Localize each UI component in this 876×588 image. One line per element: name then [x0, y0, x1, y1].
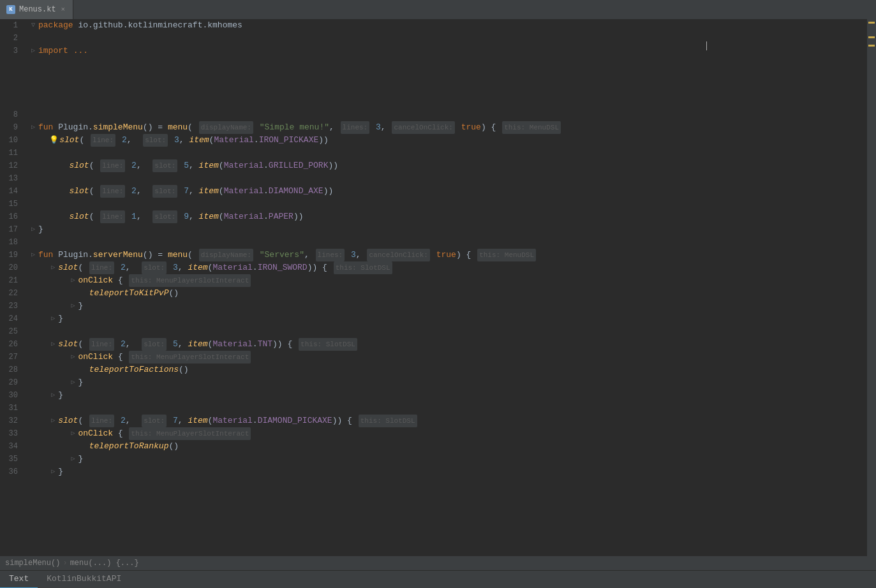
kw-true-19: true — [436, 249, 456, 261]
tab-close-button[interactable]: × — [60, 6, 67, 13]
hint-line-14: line: — [100, 185, 125, 198]
line-num-14: 14 — [0, 185, 22, 198]
code-line-34: teleportToRankup() — [27, 440, 867, 453]
fold-icon-20[interactable]: ▷ — [49, 264, 57, 272]
material-tnt: Material — [212, 338, 252, 351]
fold-icon-30[interactable]: ▷ — [49, 392, 57, 399]
fold-icon-32[interactable]: ▷ — [49, 417, 57, 425]
brace-17: } — [38, 223, 43, 236]
code-line-5 — [27, 70, 867, 83]
fold-icon-26[interactable]: ▷ — [49, 341, 57, 348]
file-tab-label: Menus.kt — [19, 5, 56, 14]
fn-teleport-factions: teleportToFactions — [89, 364, 179, 376]
material-grilled-pork: GRILLED_PORK — [269, 159, 329, 172]
material-16: Material — [224, 210, 264, 223]
import-ellipsis: ... — [73, 45, 88, 57]
fn-teleport-kitpvp: teleportToKitPvP — [89, 287, 169, 300]
kw-item-10: item — [189, 134, 209, 147]
fold-icon-19[interactable]: ▷ — [29, 251, 37, 259]
brace-36: } — [58, 466, 63, 478]
editor: 1 2 3 8 9 10 11 12 13 14 15 16 17 18 19 … — [0, 19, 876, 556]
fold-icon-36[interactable]: ▷ — [49, 468, 57, 476]
line-num-27: 27 — [0, 351, 22, 364]
status-tab-text[interactable]: Text — [0, 571, 38, 589]
fold-icon-21[interactable]: ▷ — [69, 277, 77, 284]
fold-icon-27[interactable]: ▷ — [69, 353, 77, 361]
hint-line-32: line: — [89, 415, 114, 427]
num-5-26: 5 — [173, 338, 178, 351]
file-tab[interactable]: K Menus.kt × — [0, 0, 73, 19]
line-numbers: 1 2 3 8 9 10 11 12 13 14 15 16 17 18 19 … — [0, 19, 27, 556]
code-line-6 — [27, 83, 867, 96]
kw-onclick-27: onClick — [78, 351, 113, 364]
code-line-32: ▷ slot( line: 2, slot: 7, item(Material.… — [27, 415, 867, 427]
kw-slot-14: slot — [69, 185, 89, 198]
fold-icon-24[interactable]: ▷ — [49, 315, 57, 323]
hint-lines-19: lines: — [316, 249, 345, 261]
line-num-1: 1 — [0, 19, 22, 32]
code-line-7 — [27, 96, 867, 108]
hint-line-16: line: — [100, 210, 125, 223]
code-line-36: ▷ } — [27, 466, 867, 478]
scroll-marker-2 — [868, 36, 875, 38]
kw-item-20: item — [188, 261, 207, 274]
breadcrumb-item-2[interactable]: menu(...) {...} — [70, 559, 139, 568]
kw-slot-10: slot — [59, 134, 79, 147]
material-tnt-val: TNT — [258, 338, 272, 351]
num-2-26: 2 — [121, 338, 126, 351]
kw-onclick-33: onClick — [78, 427, 113, 440]
kw-slot-32: slot — [58, 415, 78, 427]
material-diamond-pickaxe: DIAMOND_PICKAXE — [258, 415, 332, 427]
hint-slot-26: slot: — [142, 338, 167, 351]
paren-9c: ) — [481, 121, 486, 134]
kw-item-14: item — [199, 185, 219, 198]
breadcrumb: simpleMenu() › menu(...) {...} — [0, 556, 876, 570]
kw-onclick-21: onClick — [78, 274, 113, 287]
string-simple-menu: "Simple menu!" — [260, 121, 329, 134]
brace-29: } — [78, 376, 83, 389]
code-line-2 — [27, 32, 867, 45]
kw-true-9: true — [461, 121, 481, 134]
line-num-19: 19 — [0, 249, 22, 261]
line-num-8: 8 — [0, 108, 22, 121]
fold-icon-17[interactable]: ▷ — [29, 226, 37, 233]
fold-icon-29[interactable]: ▷ — [69, 379, 77, 386]
material-12: Material — [224, 159, 264, 172]
fold-icon-9[interactable]: ▷ — [29, 124, 37, 131]
status-tab-kotlinbukkitapi[interactable]: KotlinBukkitAPI — [38, 571, 130, 589]
line-num-16: 16 — [0, 210, 22, 223]
num-5-12: 5 — [184, 159, 189, 172]
hint-cancel-9: cancelOnClick: — [392, 121, 454, 134]
fold-icon-33[interactable]: ▷ — [69, 430, 77, 437]
hint-this-32: this: SlotDSL — [359, 415, 417, 427]
num-2-20: 2 — [121, 261, 126, 274]
line-num-32: 32 — [0, 415, 22, 427]
kw-item-32: item — [188, 415, 207, 427]
num-2-14: 2 — [131, 185, 137, 198]
fold-icon-23[interactable]: ▷ — [69, 302, 77, 310]
num-3-9: 3 — [376, 121, 381, 134]
code-line-9: ▷ fun Plugin.simpleMenu() = menu( displa… — [27, 121, 867, 134]
brace-23: } — [78, 300, 83, 312]
line-num-7 — [0, 96, 22, 108]
line-num-36: 36 — [0, 466, 22, 478]
line-num-5 — [0, 70, 22, 83]
line-num-9: 9 — [0, 121, 22, 134]
line-num-18: 18 — [0, 236, 22, 249]
fold-icon-35[interactable]: ▷ — [69, 455, 77, 463]
num-3-19: 3 — [351, 249, 356, 261]
scrollbar-gutter[interactable] — [867, 19, 876, 556]
equals-9: = — [158, 121, 163, 134]
paren-9a: () — [143, 121, 153, 134]
code-line-15 — [27, 198, 867, 210]
fold-icon-3[interactable]: ▷ — [29, 47, 37, 55]
kw-fun-9: fun — [38, 121, 53, 134]
code-line-29: ▷ } — [27, 376, 867, 389]
fold-icon-1[interactable]: ▽ — [29, 22, 37, 29]
line-num-33: 33 — [0, 427, 22, 440]
hint-slot-10: slot: — [143, 134, 168, 147]
package-name: io.github.kotlinminecraft.kmhomes — [78, 19, 242, 32]
breadcrumb-item-1[interactable]: simpleMenu() — [5, 559, 60, 568]
code-content[interactable]: ▽ package io.github.kotlinminecraft.kmho… — [27, 19, 867, 556]
code-line-21: ▷ onClick { this: MenuPlayerSlotInteract — [27, 274, 867, 287]
